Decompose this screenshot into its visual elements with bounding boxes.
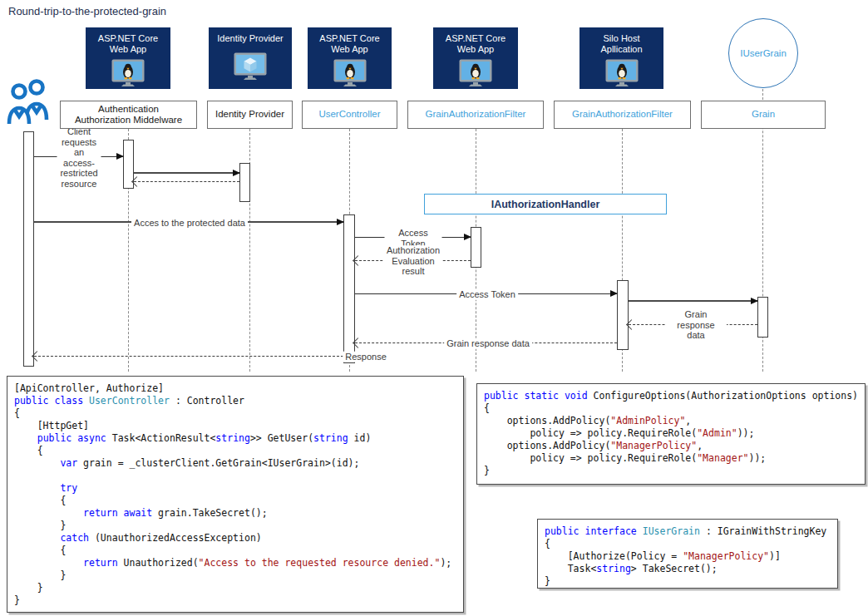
lifeline-header-middleware: Authentication Authorization Middelware	[60, 101, 197, 129]
message-grain-response-1: Grain response data	[629, 324, 757, 325]
lifeline-header-label: Authentication Authorization Middelware	[75, 104, 182, 126]
linux-monitor-icon	[459, 59, 492, 87]
lifeline-header-label: Grain	[752, 109, 775, 121]
participant-label: ASP.NET Core Web App	[433, 33, 518, 55]
participant-label: ASP.NET Core Web App	[308, 33, 392, 55]
lifeline-header-label: GrainAuthorizationFilter	[572, 109, 673, 121]
message-label: Grain response data	[665, 309, 727, 341]
code-block-usercontroller: [ApiController, Authorize]public class U…	[7, 376, 464, 613]
lifeline-header-label: Identity Provider	[215, 109, 284, 121]
linux-monitor-icon	[111, 59, 145, 87]
cube-monitor-icon	[234, 52, 267, 81]
participant-label: Silo Host Apllication	[579, 33, 663, 55]
code-block-configure-options: public static void ConfigureOptions(Auth…	[476, 383, 866, 485]
arrowhead-icon	[116, 153, 124, 160]
message-response: Response	[34, 356, 343, 357]
sequence-diagram: Round-trip-to-the-protected-grain IAutho…	[0, 0, 868, 616]
message-client-request: Client requests an access-restricted res…	[34, 156, 123, 157]
arrowhead-icon	[610, 290, 618, 297]
code-block-iusergrain-interface: public interface IUserGrain : IGrainWith…	[537, 519, 838, 589]
client-users-icon	[5, 77, 52, 131]
participant-silo-host: Silo Host Apllication	[579, 27, 663, 89]
lifeline-header-identity-provider: Identity Provider	[207, 101, 293, 129]
participant-aspnet-webapp-2: ASP.NET Core Web App	[308, 27, 392, 89]
participant-identity-provider: Identity Provider	[209, 27, 292, 89]
activation-client	[23, 131, 34, 367]
lifeline-header-usercontroller: UserController	[302, 101, 397, 129]
arrowhead-icon	[464, 234, 471, 240]
lifeline-header-grain-filter-silo: GrainAuthorizationFilter	[554, 101, 691, 129]
message-authorization-result: Authorization Evaluation result	[355, 260, 471, 261]
message-label: Response	[343, 352, 389, 362]
message-label: Authorization Evaluation result	[384, 245, 442, 277]
arrowhead-icon	[751, 298, 758, 304]
participant-aspnet-webapp-1: ASP.NET Core Web App	[86, 27, 170, 89]
lifeline-header-grain-filter-web: GrainAuthorizationFilter	[407, 101, 544, 129]
activation-grain	[757, 297, 768, 338]
message-label: Client requests an access-restricted res…	[57, 126, 101, 189]
activation-authorization-handler	[471, 227, 481, 268]
message-access-token-1: Access Token	[355, 237, 471, 238]
participant-label: IUserGrain	[740, 48, 787, 58]
lifeline-header-grain: Grain	[701, 101, 826, 129]
message-access-token-2: Access Token	[355, 293, 617, 294]
message-filter-to-grain	[629, 300, 757, 302]
note-iauthorizationhandler: IAuthorizationHandler	[424, 194, 667, 214]
message-idp-return	[134, 181, 239, 182]
linux-monitor-icon	[333, 59, 367, 87]
diagram-title: Round-trip-to-the-protected-grain	[8, 5, 166, 17]
arrowhead-icon	[233, 170, 240, 176]
message-grain-response-2: Grain response data	[355, 342, 617, 343]
arrowhead-icon	[337, 219, 344, 225]
participant-iusergrain-circle: IUserGrain	[728, 18, 798, 88]
participant-aspnet-webapp-3: ASP.NET Core Web App	[433, 27, 518, 89]
activation-grain-filter	[617, 280, 629, 350]
message-label: Grain response data	[444, 338, 532, 349]
message-label: Acces to the protected data	[131, 218, 248, 229]
lifeline-header-label: UserController	[318, 109, 380, 121]
note-label: IAuthorizationHandler	[491, 199, 600, 210]
activation-identity-provider	[239, 163, 250, 202]
linux-monitor-icon	[605, 59, 639, 87]
participant-label: ASP.NET Core Web App	[86, 33, 170, 55]
message-access-protected-data: Acces to the protected data	[34, 221, 343, 223]
participant-label: Identity Provider	[209, 33, 292, 44]
message-middleware-to-idp	[134, 172, 239, 174]
message-label: Access Token	[456, 289, 518, 300]
lifeline-header-label: GrainAuthorizationFilter	[426, 109, 526, 121]
